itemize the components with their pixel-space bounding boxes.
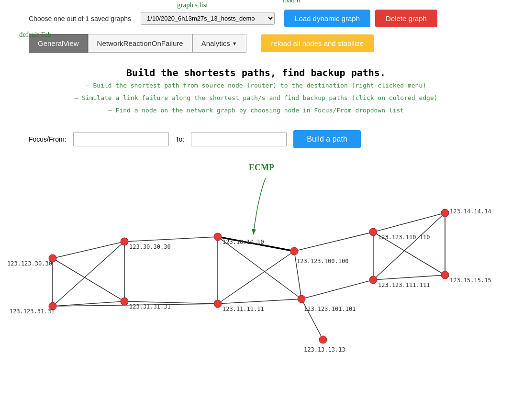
node-label: 123.123.111.111 <box>378 282 430 288</box>
to-label: To: <box>176 135 185 143</box>
svg-point-37 <box>369 276 377 284</box>
svg-line-22 <box>218 299 301 304</box>
to-input[interactable] <box>191 132 287 146</box>
svg-line-23 <box>301 280 373 299</box>
reload-button[interactable]: reload all nodes and stabilize <box>261 34 374 52</box>
node-label: 123.123.31.31 <box>10 308 55 315</box>
load-graph-button[interactable]: Load dynamic graph <box>284 10 370 27</box>
annotation-graphs-list: graph's list <box>177 1 208 9</box>
annotation-load-it: load it <box>282 0 301 4</box>
focus-from-label: Focus/From: <box>29 135 67 143</box>
svg-line-9 <box>218 237 301 299</box>
network-graph: ECMP 123.123.30.30123.30.30.30123.10.10.… <box>29 158 507 359</box>
build-path-button[interactable]: Build a path <box>293 130 361 148</box>
svg-point-30 <box>290 247 298 255</box>
analytics-dropdown-arrow: ▼ <box>232 41 237 46</box>
tab-analytics[interactable]: Analytics ▼ <box>192 34 246 53</box>
svg-line-17 <box>373 213 445 280</box>
svg-point-35 <box>214 300 222 308</box>
node-label: 123.30.30.30 <box>129 243 171 250</box>
svg-line-4 <box>124 237 218 242</box>
instruction-line: – Simulate a link failure along the shor… <box>29 93 483 103</box>
svg-line-12 <box>218 251 294 304</box>
svg-point-38 <box>441 271 449 279</box>
node-label: 123.31.31.31 <box>129 303 171 310</box>
svg-point-32 <box>441 209 449 217</box>
svg-point-34 <box>121 298 128 305</box>
instruction-line: – Build the shortest path from source no… <box>29 80 483 91</box>
tab-general-view[interactable]: GeneralView <box>29 34 88 53</box>
svg-point-39 <box>319 336 327 343</box>
delete-graph-button[interactable]: Delete graph <box>375 10 437 27</box>
node-label: 123.11.11.11 <box>223 306 264 312</box>
instruction-line: – Find a node on the network graph by ch… <box>29 105 483 116</box>
svg-point-29 <box>214 233 222 241</box>
node-label: 123.123.100.100 <box>297 258 348 265</box>
node-label: 123.14.14.14 <box>450 208 491 215</box>
node-label: 123.15.15.15 <box>450 277 491 284</box>
node-label: 123.123.110.110 <box>378 234 430 241</box>
graph-selector-label: Choose one out of 1 saved graphs <box>29 15 131 22</box>
svg-point-36 <box>298 295 305 303</box>
svg-line-1 <box>53 242 124 258</box>
graph-selector-dropdown[interactable]: 1/10/2020_6h13m27s_13_hosts_demo <box>141 12 275 25</box>
node-label: 123.123.30.30 <box>7 260 52 267</box>
svg-point-31 <box>369 228 377 236</box>
svg-line-25 <box>373 275 445 280</box>
focus-from-input[interactable] <box>73 132 169 146</box>
node-label: 123.123.101.101 <box>304 306 356 312</box>
node-label: 123.10.10.10 <box>223 239 264 245</box>
svg-line-5 <box>53 242 124 306</box>
graph-edges-svg <box>29 158 507 359</box>
node-label: 123.13.13.13 <box>304 346 345 353</box>
svg-line-10 <box>294 232 373 251</box>
svg-line-24 <box>301 299 323 340</box>
svg-point-28 <box>121 238 128 245</box>
page-title: Build the shortests paths, find backup p… <box>29 67 483 78</box>
svg-line-3 <box>53 258 124 301</box>
tab-network-reaction[interactable]: NetworkReactionOnFailure <box>88 34 192 53</box>
